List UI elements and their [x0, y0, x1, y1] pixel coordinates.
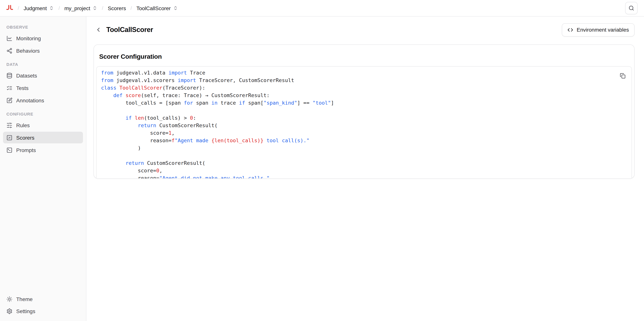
- main-content: ToolCallScorer Environment variables Sco…: [86, 16, 644, 321]
- judgment-logo-icon[interactable]: [5, 4, 14, 12]
- sidebar-item-prompts[interactable]: Prompts: [3, 144, 83, 156]
- square-pen-icon: [6, 97, 12, 103]
- topbar: /Judgment/my_project/Scorers/ToolCallSco…: [0, 0, 644, 16]
- code-line: ): [101, 144, 627, 152]
- code-line: return CustomScorerResult(: [101, 122, 627, 129]
- sidebar-item-behaviors[interactable]: Behaviors: [3, 45, 83, 56]
- sidebar-item-label: Behaviors: [16, 48, 40, 54]
- sidebar-item-label: Scorers: [16, 135, 34, 141]
- code-line: return CustomScorerResult(: [101, 159, 627, 167]
- code-line: [101, 107, 627, 114]
- breadcrumb-item-scorers[interactable]: Scorers: [107, 3, 127, 13]
- sidebar-item-label: Monitoring: [16, 35, 41, 41]
- search-button[interactable]: [625, 2, 638, 14]
- breadcrumb-separator: /: [102, 5, 103, 11]
- sidebar-item-label: Prompts: [16, 147, 36, 153]
- sidebar-item-tests[interactable]: Tests: [3, 82, 83, 94]
- sidebar-item-annotations[interactable]: Annotations: [3, 94, 83, 106]
- sidebar: OBSERVEMonitoringBehaviorsDATADatasetsTe…: [0, 16, 86, 321]
- code-line: from judgeval.v1.data import Trace: [101, 69, 627, 76]
- breadcrumb-item-my-project[interactable]: my_project: [64, 3, 98, 13]
- breadcrumb: /Judgment/my_project/Scorers/ToolCallSco…: [18, 3, 178, 13]
- breadcrumb-item-toolcallscorer[interactable]: ToolCallScorer: [136, 3, 178, 13]
- copy-button[interactable]: [618, 71, 627, 80]
- app: /Judgment/my_project/Scorers/ToolCallSco…: [0, 0, 644, 321]
- code-line: def score(self, trace: Trace) → CustomSc…: [101, 91, 627, 99]
- sidebar-section-label: CONFIGURE: [3, 107, 83, 119]
- breadcrumb-separator: /: [18, 5, 19, 11]
- environment-variables-button[interactable]: Environment variables: [562, 23, 634, 36]
- sidebar-item-label: Theme: [16, 296, 32, 302]
- page-header: ToolCallScorer Environment variables: [94, 23, 634, 36]
- sidebar-item-rules[interactable]: Rules: [3, 119, 83, 131]
- back-button[interactable]: [94, 25, 103, 35]
- sidebar-item-scorers[interactable]: Scorers: [3, 132, 83, 143]
- code-line: tool_calls = [span for span in trace if …: [101, 99, 627, 107]
- code-content: from judgeval.v1.data import Tracefrom j…: [96, 67, 632, 179]
- copy-icon: [620, 73, 625, 78]
- breadcrumb-item-judgment[interactable]: Judgment: [23, 3, 55, 13]
- chevrons-up-down-icon: [49, 6, 54, 10]
- share-network-icon: [6, 48, 12, 54]
- sidebar-item-theme[interactable]: Theme: [3, 293, 36, 305]
- code-line: score=0,: [101, 167, 627, 174]
- breadcrumb-label: ToolCallScorer: [136, 5, 170, 11]
- database-icon: [6, 72, 12, 78]
- code-line: [101, 152, 627, 159]
- page-title: ToolCallScorer: [106, 26, 153, 34]
- square-percent-icon: [6, 135, 12, 141]
- sidebar-section-label: DATA: [3, 57, 83, 69]
- code-line: from judgeval.v1.scorers import TraceSco…: [101, 76, 627, 84]
- code-line: reason=f"Agent made {len(tool_calls)} to…: [101, 137, 627, 144]
- search-icon: [628, 5, 634, 11]
- gear-icon: [6, 308, 12, 314]
- chevrons-up-down-icon: [173, 6, 178, 10]
- code-icon: [568, 27, 573, 32]
- code-line: class ToolCallScorer(TraceScorer):: [101, 84, 627, 91]
- sliders-icon: [6, 122, 12, 128]
- sidebar-footer: ThemeSettings: [3, 293, 83, 317]
- sidebar-item-settings[interactable]: Settings: [3, 305, 39, 317]
- chevrons-up-down-icon: [92, 6, 97, 10]
- terminal-square-icon: [6, 147, 12, 153]
- code-line: score=1,: [101, 129, 627, 137]
- code-block: from judgeval.v1.data import Tracefrom j…: [96, 66, 632, 179]
- chevron-left-icon: [95, 26, 102, 33]
- app-body: OBSERVEMonitoringBehaviorsDATADatasetsTe…: [0, 16, 644, 321]
- breadcrumb-label: Scorers: [108, 5, 126, 11]
- chart-line-icon: [6, 35, 12, 41]
- sidebar-item-datasets[interactable]: Datasets: [3, 70, 83, 81]
- card-title: Scorer Configuration: [96, 45, 632, 66]
- breadcrumb-label: my_project: [64, 5, 90, 11]
- code-line: reason="Agent did not make any tool call…: [101, 174, 627, 179]
- sidebar-item-label: Annotations: [16, 97, 44, 103]
- sidebar-item-label: Rules: [16, 122, 30, 128]
- breadcrumb-label: Judgment: [24, 5, 47, 11]
- sidebar-item-monitoring[interactable]: Monitoring: [3, 32, 83, 44]
- scorer-configuration-card: Scorer Configuration from judgeval.v1.da…: [94, 44, 634, 179]
- breadcrumb-separator: /: [130, 5, 132, 11]
- environment-variables-label: Environment variables: [577, 27, 629, 33]
- sidebar-item-label: Settings: [16, 308, 35, 314]
- sidebar-item-label: Tests: [16, 85, 28, 91]
- list-checks-icon: [6, 85, 12, 91]
- code-line: if len(tool_calls) > 0:: [101, 114, 627, 122]
- breadcrumb-separator: /: [58, 5, 60, 11]
- sidebar-item-label: Datasets: [16, 72, 37, 78]
- sidebar-section-label: OBSERVE: [3, 19, 83, 32]
- sun-icon: [6, 296, 12, 302]
